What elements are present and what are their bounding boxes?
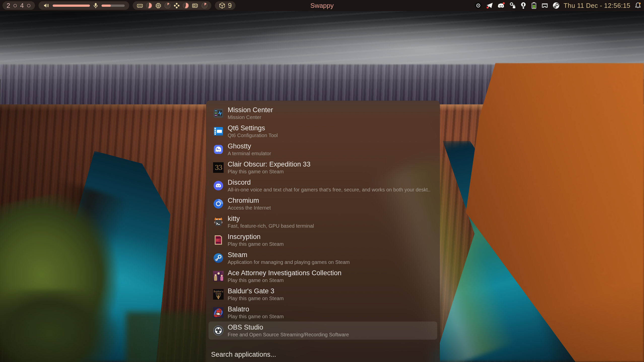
app-description: Play this game on Steam	[228, 169, 435, 175]
balatro-icon	[213, 307, 224, 318]
microphone-icon	[93, 3, 98, 9]
app-description: Access the Internet	[228, 205, 435, 211]
app-name: OBS Studio	[228, 324, 433, 331]
app-description: Mission Center	[228, 114, 435, 120]
mission-center-icon	[213, 108, 224, 118]
fan-usage-pie	[183, 3, 189, 9]
bell-icon[interactable]	[634, 2, 642, 9]
top-bar-left: 2 ○ 4 ○	[3, 0, 235, 11]
steelseries-icon[interactable]	[474, 2, 482, 9]
ghostty-icon	[213, 144, 224, 155]
list-item-ace-attorney[interactable]: Ace Attorney Investigations Collection P…	[206, 267, 440, 285]
clair-obscur-icon: 33	[213, 162, 224, 173]
app-name: Balatro	[228, 305, 435, 313]
app-name: Mission Center	[228, 106, 435, 114]
list-item-steam[interactable]: Steam Application for managing and playi…	[206, 249, 440, 267]
cpu-icon	[155, 2, 162, 9]
ram-usage-pie	[146, 3, 152, 9]
list-item-obs-studio-selected[interactable]: OBS Studio Free and Open Source Streamin…	[209, 321, 437, 340]
app-name: Ace Attorney Investigations Collection	[228, 269, 435, 277]
obs-studio-icon	[213, 325, 224, 336]
app-name: Ghostty	[228, 142, 435, 150]
svg-text:Gate: Gate	[216, 293, 221, 295]
volume-slider[interactable]	[53, 5, 90, 7]
list-item-balatro[interactable]: Balatro Play this game on Steam	[206, 303, 440, 321]
top-bar-right: Thu 11 Dec - 12:56:15	[474, 0, 642, 11]
app-name: Discord	[228, 179, 435, 186]
workspace-indicator-icon[interactable]: ○	[13, 2, 17, 9]
app-description: Play this game on Steam	[228, 313, 435, 319]
workspace-2-label[interactable]: 2	[7, 2, 10, 10]
app-description: Fast, feature-rich, GPU based terminal	[228, 223, 435, 229]
workspaces-module[interactable]: 2 ○ 4 ○	[3, 1, 35, 10]
app-name: Baldur's Gate 3	[228, 287, 435, 295]
system-stats-module[interactable]	[133, 1, 211, 10]
steam-icon	[213, 253, 224, 263]
workspace-4-label[interactable]: 4	[20, 2, 24, 10]
steam-tray-icon[interactable]	[552, 2, 560, 9]
list-item-clair-obscur[interactable]: 33 Clair Obscur: Expedition 33 Play this…	[206, 158, 440, 177]
svg-text:33: 33	[215, 164, 222, 171]
updates-module[interactable]: 9	[215, 1, 235, 10]
focused-window-title: Swappy	[310, 0, 334, 11]
telegram-icon[interactable]	[486, 2, 493, 9]
discord-icon	[213, 180, 224, 191]
audio-module[interactable]	[39, 1, 129, 10]
discord-tray-icon[interactable]	[497, 2, 505, 9]
clock: Thu 11 Dec - 12:56:15	[564, 2, 630, 10]
list-item-ghostty[interactable]: Ghostty A terminal emulator	[206, 140, 440, 158]
top-bar: 2 ○ 4 ○	[0, 0, 644, 11]
list-item-baldurs-gate-3[interactable]: Baldur's Gate Baldur's Gate 3 Play this …	[206, 285, 440, 303]
key-lock-icon[interactable]	[509, 2, 516, 9]
volume-slider-fill	[53, 5, 90, 7]
chromium-icon	[213, 198, 224, 209]
app-list: Mission Center Mission Center Qt6 Settin…	[206, 104, 440, 340]
app-description: Application for managing and playing gam…	[228, 259, 435, 265]
speaker-icon	[43, 2, 50, 9]
fan-icon	[173, 2, 180, 9]
gpu-icon	[192, 2, 199, 9]
app-name: Inscryption	[228, 233, 435, 240]
ram-icon	[137, 2, 143, 9]
cpu-usage-pie	[164, 3, 171, 9]
updates-count: 9	[228, 2, 232, 10]
inscryption-icon	[213, 235, 224, 245]
app-name: Qt6 Settings	[228, 124, 435, 132]
package-icon	[219, 2, 226, 9]
list-item-inscryption[interactable]: Inscryption Play this game on Steam	[206, 231, 440, 249]
mic-slider[interactable]	[101, 5, 125, 7]
app-description: Play this game on Steam	[228, 295, 435, 301]
app-description: A terminal emulator	[228, 150, 435, 156]
app-launcher-panel: Mission Center Mission Center Qt6 Settin…	[206, 101, 440, 362]
keyhole-person-icon[interactable]	[520, 2, 527, 9]
app-description: Free and Open Source Streaming/Recording…	[228, 332, 433, 338]
ace-attorney-icon	[213, 271, 224, 281]
search-input[interactable]: Search applications...	[211, 351, 276, 358]
battery-icon[interactable]	[531, 2, 537, 9]
app-name: Steam	[228, 251, 435, 259]
list-item-chromium[interactable]: Chromium Access the Internet	[206, 195, 440, 213]
list-item-qt6-settings[interactable]: Qt6 Settings Qt6 Configuration Tool	[206, 122, 440, 140]
list-item-mission-center[interactable]: Mission Center Mission Center	[206, 104, 440, 122]
kitty-icon	[213, 217, 224, 227]
app-description: Qt6 Configuration Tool	[228, 132, 435, 138]
list-item-kitty[interactable]: kitty Fast, feature-rich, GPU based term…	[206, 213, 440, 231]
app-description: Play this game on Steam	[228, 277, 435, 283]
mic-slider-fill	[101, 5, 111, 7]
baldurs-gate-3-icon: Baldur's Gate	[213, 289, 224, 300]
ethernet-icon[interactable]	[541, 2, 549, 9]
app-name: Chromium	[228, 197, 435, 204]
app-description: All-in-one voice and text chat for gamer…	[228, 187, 435, 193]
workspace-indicator-icon[interactable]: ○	[26, 2, 31, 9]
app-description: Play this game on Steam	[228, 241, 435, 247]
gpu-usage-pie	[201, 3, 208, 9]
app-name: kitty	[228, 215, 435, 222]
qt6-settings-icon	[213, 126, 224, 137]
list-item-discord[interactable]: Discord All-in-one voice and text chat f…	[206, 177, 440, 195]
app-name: Clair Obscur: Expedition 33	[228, 160, 435, 168]
